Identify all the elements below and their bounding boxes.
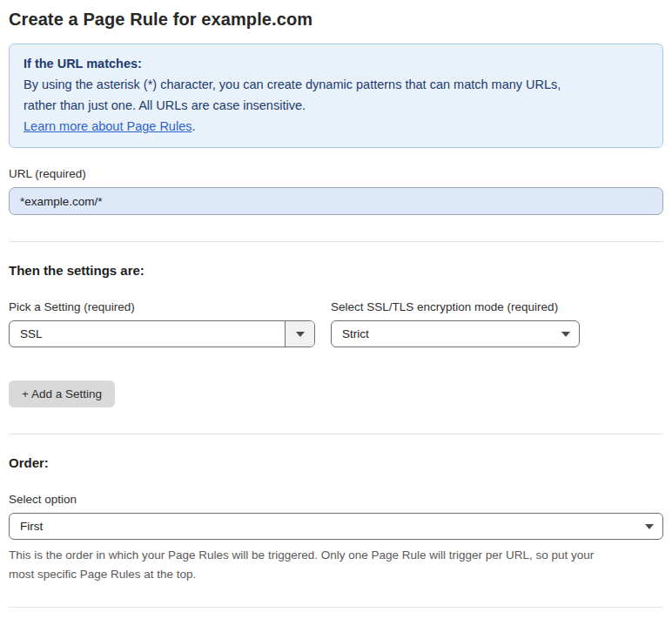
pick-setting-field: Pick a Setting (required) SSL [9,300,315,347]
ssl-mode-field: Select SSL/TLS encryption mode (required… [331,300,580,347]
link-period: . [192,119,195,133]
chevron-down-icon [645,524,654,529]
ssl-mode-dropdown-button[interactable] [553,321,579,347]
url-match-info-box: If the URL matches: By using the asteris… [9,44,663,148]
url-field-label: URL (required) [9,167,663,180]
order-helper-line-2: most specific Page Rules at the top. [9,565,663,584]
order-helper-line-1: This is the order in which your Page Rul… [9,546,663,565]
section-divider [9,434,663,434]
pick-setting-label: Pick a Setting (required) [9,300,315,313]
ssl-mode-label: Select SSL/TLS encryption mode (required… [331,300,580,313]
ssl-mode-select[interactable]: Strict [331,320,580,347]
learn-more-link[interactable]: Learn more about Page Rules [24,119,192,133]
info-box-body-line-2: rather than just one. All URLs are case … [24,95,648,116]
info-box-link-line: Learn more about Page Rules. [24,116,648,137]
order-selected-value: First [10,520,636,533]
footer-divider [9,607,663,608]
url-input[interactable] [9,187,663,215]
pick-setting-dropdown-button[interactable] [285,321,314,347]
chevron-down-icon [561,332,570,337]
page-title: Create a Page Rule for example.com [9,10,663,30]
pick-setting-select[interactable]: SSL [9,320,315,347]
order-select-label: Select option [9,493,663,506]
info-box-heading: If the URL matches: [24,53,648,74]
chevron-down-icon [296,332,305,337]
ssl-mode-selected-value: Strict [332,327,553,340]
add-setting-button[interactable]: + Add a Setting [9,380,115,407]
section-divider [9,241,663,242]
create-page-rule-form: Create a Page Rule for example.com If th… [0,0,672,619]
order-section-heading: Order: [9,455,663,470]
order-dropdown-button[interactable] [636,514,662,539]
settings-row: Pick a Setting (required) SSL Select SSL… [9,300,663,347]
pick-setting-selected-value: SSL [10,327,285,340]
order-helper-text: This is the order in which your Page Rul… [9,546,663,584]
order-select[interactable]: First [9,513,663,540]
info-box-body-line-1: By using the asterisk (*) character, you… [24,74,648,95]
settings-section-heading: Then the settings are: [9,263,663,278]
